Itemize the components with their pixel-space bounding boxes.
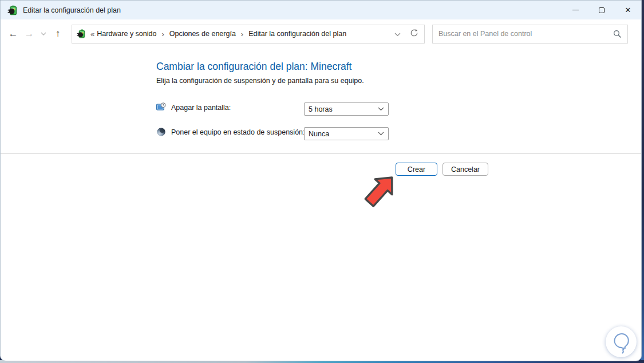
dropdown-selected-value: 5 horas (305, 105, 378, 113)
address-bar[interactable]: « Hardware y sonido › Opciones de energí… (72, 25, 425, 44)
breadcrumb-item-hardware[interactable]: Hardware y sonido (94, 26, 159, 41)
minimize-icon (572, 10, 579, 10)
address-dropdown-chevron-icon[interactable] (394, 29, 401, 39)
cancel-button[interactable]: Cancelar (442, 163, 488, 176)
sleep-dropdown[interactable]: Nunca (304, 127, 389, 140)
breadcrumb-collapsed-icon[interactable]: « (90, 30, 94, 38)
up-button[interactable]: ↑ (50, 26, 66, 42)
display-off-dropdown[interactable]: 5 horas (304, 102, 389, 116)
chevron-down-icon (378, 132, 384, 136)
sleep-sphere-icon (156, 127, 166, 137)
maximize-button[interactable] (588, 1, 615, 19)
breadcrumb-item-energy-options[interactable]: Opciones de energía (167, 26, 238, 41)
title-bar: Editar la configuración del plan ✕ (1, 1, 641, 19)
back-button[interactable]: ← (5, 26, 21, 42)
window-title: Editar la configuración del plan (23, 6, 121, 14)
red-pointer-arrow (361, 170, 399, 215)
breadcrumb-separator: › (238, 30, 246, 38)
power-plan-icon (77, 29, 86, 38)
section-divider (1, 153, 641, 154)
refresh-icon[interactable] (410, 29, 418, 40)
close-icon: ✕ (625, 6, 631, 14)
search-box (432, 25, 628, 44)
setting-label: Apagar la pantalla: (171, 104, 231, 112)
dialog-buttons: Crear Cancelar (396, 163, 488, 176)
power-plan-icon (7, 5, 18, 15)
display-clock-icon (156, 102, 166, 112)
create-button[interactable]: Crear (396, 163, 437, 176)
page-subtitle: Elija la configuración de suspensión y d… (156, 77, 364, 85)
search-input[interactable] (433, 30, 613, 38)
setting-row-sleep: Poner el equipo en estado de suspensión: (156, 127, 305, 137)
chevron-down-icon (378, 107, 384, 111)
setting-label: Poner el equipo en estado de suspensión: (171, 128, 305, 136)
forward-button[interactable]: → (21, 26, 37, 42)
window-controls: ✕ (562, 1, 641, 19)
lightbulb-logo (606, 326, 637, 357)
minimize-button[interactable] (562, 1, 588, 19)
maximize-icon (599, 7, 605, 13)
control-panel-window: Editar la configuración del plan ✕ ← → ↑… (0, 0, 642, 361)
page-title: Cambiar la configuración del plan: Minec… (156, 61, 351, 73)
navigation-bar: ← → ↑ « Hardware y sonido › Opciones de … (1, 19, 641, 48)
close-button[interactable]: ✕ (615, 1, 641, 19)
breadcrumb-separator: › (159, 30, 167, 38)
setting-row-display-off: Apagar la pantalla: (156, 102, 231, 112)
search-icon[interactable] (613, 30, 622, 38)
history-chevron-icon[interactable] (37, 26, 50, 42)
dropdown-selected-value: Nunca (305, 130, 378, 138)
breadcrumb-item-edit-plan[interactable]: Editar la configuración del plan (246, 26, 349, 41)
